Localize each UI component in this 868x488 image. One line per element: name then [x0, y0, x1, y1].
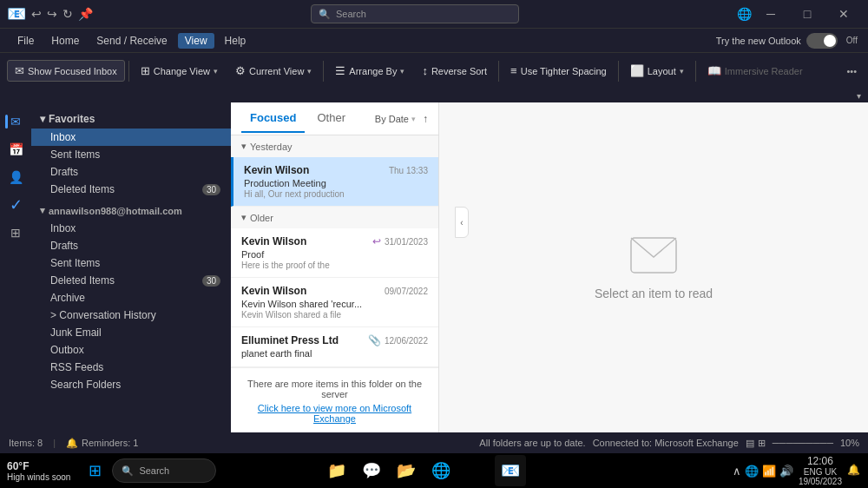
immersive-reader-button[interactable]: 📖 Immersive Reader [700, 60, 811, 82]
select-item-text: Select an item to read [595, 287, 713, 300]
current-view-button[interactable]: ⚙ Current View [227, 60, 319, 82]
status-right: All folders are up to date. Connected to… [479, 438, 859, 449]
back-icon[interactable]: ↩ [31, 7, 42, 21]
chevron-up-icon[interactable]: ∧ [733, 465, 741, 478]
tab-other[interactable]: Other [308, 104, 354, 133]
minimize-button[interactable]: ─ [753, 3, 788, 24]
items-count: Items: 8 [9, 438, 43, 448]
account-section: ▾ annawilson988@hotmail.com Inbox Drafts… [31, 201, 231, 393]
tighter-spacing-icon: ≡ [510, 64, 517, 77]
sidebar-item-deleted-acc[interactable]: Deleted Items 30 [31, 272, 231, 289]
nav-icon-calendar[interactable]: 📅 [3, 137, 28, 162]
connected-label: Connected to: Microsoft Exchange [593, 438, 739, 448]
network-icon[interactable]: 🌐 [745, 465, 759, 478]
sidebar-item-junk-acc[interactable]: Junk Email [31, 324, 231, 341]
close-button[interactable]: ✕ [826, 3, 861, 24]
sidebar-item-archive-acc[interactable]: Archive [31, 289, 231, 307]
taskbar-app-explorer[interactable]: 📁 [321, 455, 352, 486]
by-date-label: By Date [375, 114, 409, 124]
sidebar-item-conversation-acc[interactable]: > Conversation History [31, 307, 231, 324]
arrange-by-button[interactable]: ☰ Arrange By [327, 60, 412, 82]
toolbar-overflow-button[interactable]: ••• [842, 62, 861, 81]
sidebar-item-outbox-acc[interactable]: Outbox [31, 341, 231, 359]
toolbar-expand-icon[interactable]: ▾ [857, 91, 861, 101]
weather-condition: High winds soon [7, 472, 70, 482]
nav-icon-contacts[interactable]: 👤 [3, 165, 28, 189]
show-focused-inbox-button[interactable]: ✉ Show Focused Inbox [7, 60, 125, 82]
more-items-link[interactable]: Click here to view more on Microsoft Exc… [241, 403, 428, 424]
nav-icon-apps[interactable]: ⊞ [3, 221, 28, 245]
email-item-0-0-header: Kevin Wilson Thu 13:33 [244, 164, 428, 176]
taskbar-search[interactable]: 🔍 Search [112, 458, 216, 483]
menu-file[interactable]: File [10, 33, 41, 49]
notification-icon[interactable]: 🔔 [847, 464, 861, 478]
menu-home[interactable]: Home [44, 33, 86, 49]
forward-icon[interactable]: ↪ [47, 7, 57, 21]
sidebar-collapse-button[interactable]: ‹ [455, 207, 469, 238]
windows-button[interactable]: ⊞ [81, 457, 108, 485]
email-item-1-2[interactable]: Elluminet Press Ltd 📎 12/06/2022 planet … [231, 327, 438, 367]
account-header[interactable]: ▾ annawilson988@hotmail.com [31, 201, 231, 220]
sidebar-item-search-folders-acc[interactable]: Search Folders [31, 376, 231, 393]
email-item-0-0[interactable]: Kevin Wilson Thu 13:33 Production Meetin… [231, 157, 438, 207]
taskbar-app-folder[interactable]: 📂 [391, 455, 422, 486]
nav-icon-tasks[interactable]: ✓ [3, 193, 28, 217]
menu-view[interactable]: View [178, 33, 214, 49]
sidebar-item-rss-acc[interactable]: RSS Feeds [31, 359, 231, 376]
sidebar-deleted-acc-label: Deleted Items [50, 274, 202, 287]
taskbar-app-outlook[interactable]: 📧 [495, 455, 526, 486]
email-time-1-1: 09/07/2022 [385, 287, 428, 296]
refresh-icon[interactable]: ↻ [62, 7, 73, 21]
toggle-switch[interactable] [806, 33, 838, 49]
sidebar-junk-acc-label: Junk Email [50, 326, 220, 339]
taskbar-left: 60°F High winds soon [7, 460, 77, 482]
status-sep-1: | [53, 438, 56, 448]
list-view-icon[interactable]: ▤ [746, 438, 754, 449]
nav-icon-mail[interactable]: ✉ [3, 109, 28, 134]
taskbar-app-store[interactable]: 🛍 [460, 455, 491, 486]
reverse-sort-icon: ↕ [422, 64, 428, 77]
arrange-by-chevron [400, 67, 404, 76]
wifi-icon[interactable]: 📶 [762, 465, 776, 478]
grid-view-icon[interactable]: ⊞ [758, 438, 766, 449]
reverse-sort-label: Reverse Sort [431, 66, 487, 76]
change-view-button[interactable]: ⊞ Change View [133, 60, 226, 82]
layout-button[interactable]: ⬜ Layout [622, 60, 692, 82]
title-bar: 📧 ↩ ↪ ↻ 📌 🔍 Search 🌐 ─ □ ✕ [0, 0, 868, 28]
email-item-1-1[interactable]: Kevin Wilson 09/07/2022 Kevin Wilson sha… [231, 278, 438, 327]
sidebar-item-inbox-acc[interactable]: Inbox [31, 220, 231, 237]
taskbar-clock[interactable]: 12:06 ENG UK 19/05/2023 [799, 455, 842, 486]
volume-icon[interactable]: 🔊 [779, 465, 793, 478]
taskbar-app-edge[interactable]: 🌐 [425, 455, 457, 486]
globe-icon[interactable]: 🌐 [737, 7, 752, 21]
pin-icon[interactable]: 📌 [78, 7, 93, 21]
outlook-title-icon: 📧 [7, 4, 26, 23]
email-list-body: ▾ Yesterday Kevin Wilson Thu 13:33 Produ… [231, 135, 438, 432]
menu-send-receive[interactable]: Send / Receive [89, 33, 174, 49]
taskbar-app-teams[interactable]: 💬 [356, 455, 387, 486]
email-time-0-0: Thu 13:33 [389, 166, 428, 175]
sort-arrow-up[interactable]: ↑ [423, 113, 428, 125]
tab-focused[interactable]: Focused [241, 104, 305, 133]
sidebar-item-inbox-fav[interactable]: Inbox [31, 129, 231, 146]
title-bar-icons: 📧 ↩ ↪ ↻ 📌 [7, 4, 93, 23]
menu-help[interactable]: Help [218, 33, 253, 49]
sidebar-item-drafts-acc[interactable]: Drafts [31, 237, 231, 254]
sidebar-item-sent-acc[interactable]: Sent Items [31, 254, 231, 272]
taskbar-date: 19/05/2023 [799, 477, 842, 486]
window-controls: 🌐 ─ □ ✕ [737, 3, 861, 24]
favorites-header[interactable]: ▾ Favorites [31, 109, 231, 129]
search-placeholder: Search [336, 9, 366, 19]
reverse-sort-button[interactable]: ↕ Reverse Sort [414, 60, 495, 82]
email-item-1-2-header: Elluminet Press Ltd 📎 12/06/2022 [241, 334, 428, 346]
tighter-spacing-button[interactable]: ≡ Use Tighter Spacing [503, 60, 615, 82]
restore-button[interactable]: □ [790, 3, 825, 24]
email-item-1-0[interactable]: Kevin Wilson ↩ 31/01/2023 Proof Here is … [231, 228, 438, 278]
by-date-button[interactable]: By Date [375, 114, 416, 124]
attach-icon-1-2: 📎 [368, 334, 381, 346]
sidebar-item-deleted-fav[interactable]: Deleted Items 30 [31, 181, 231, 198]
sidebar-item-drafts-fav[interactable]: Drafts [31, 163, 231, 181]
sidebar-item-sent-fav[interactable]: Sent Items [31, 146, 231, 163]
search-input-title[interactable]: 🔍 Search [311, 4, 519, 23]
status-bar: Items: 8 | 🔔 Reminders: 1 All folders ar… [0, 432, 868, 453]
